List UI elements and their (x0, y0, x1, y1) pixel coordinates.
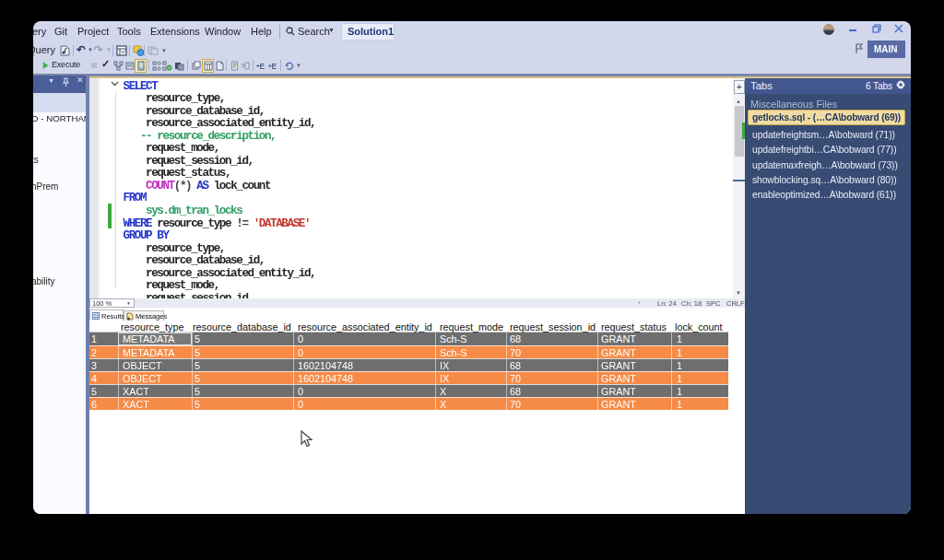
svg-text:E: E (272, 62, 277, 70)
svg-text:?: ? (241, 62, 245, 70)
svg-text:E: E (259, 62, 265, 70)
